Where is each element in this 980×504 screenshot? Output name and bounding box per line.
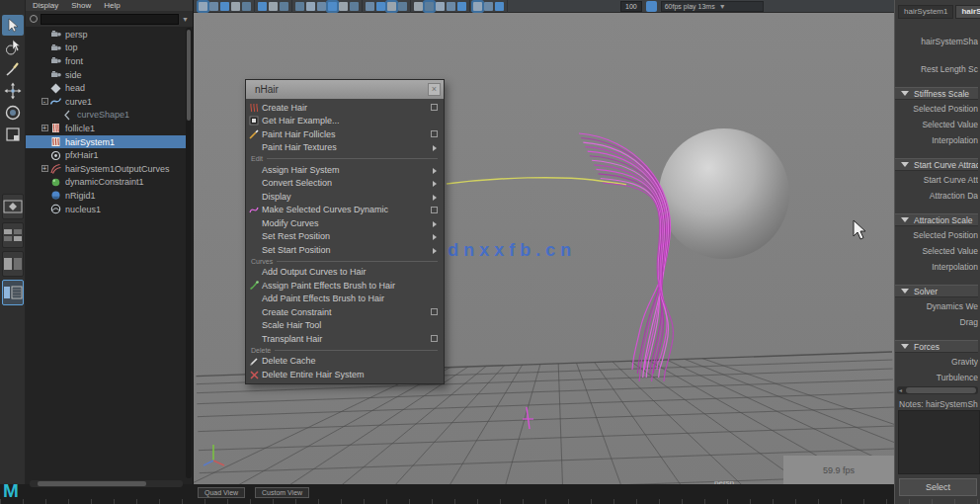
bottom-button-quad-view[interactable]: Quad View — [198, 487, 245, 498]
status-tool-icon[interactable] — [414, 2, 423, 11]
status-tool-icon[interactable] — [209, 2, 218, 11]
status-tool-icon[interactable] — [376, 2, 385, 11]
menu-item-paint-hair-textures[interactable]: Paint Hair Textures — [246, 141, 444, 155]
status-tool-icon[interactable] — [350, 2, 359, 11]
expander-icon[interactable]: + — [41, 125, 48, 131]
status-tool-icon[interactable] — [436, 2, 445, 11]
outliner-search-input[interactable] — [41, 14, 179, 25]
scroll-thumb[interactable] — [187, 30, 191, 121]
status-tool-icon[interactable] — [306, 2, 315, 11]
outliner-item-dynamicConstraint1[interactable]: dynamicConstraint1 — [26, 176, 186, 190]
menu-item-create-constraint[interactable]: Create Constraint — [246, 305, 444, 319]
outliner-item-nucleus1[interactable]: nucleus1 — [26, 203, 186, 216]
ae-section-start-curve-attract[interactable]: Start Curve Attract — [895, 158, 978, 171]
menu-item-get-hair-example[interactable]: Get Hair Example... — [246, 115, 444, 128]
outliner-persp-layout-button[interactable] — [2, 280, 24, 305]
outliner-item-head[interactable]: head — [26, 81, 186, 95]
outliner-item-curve1[interactable]: -curve1 — [26, 95, 186, 109]
option-box-icon[interactable] — [431, 130, 438, 137]
ae-tab-hairSystemSha[interactable]: hairSystemSha — [955, 5, 980, 19]
status-tool-icon[interactable] — [366, 2, 374, 11]
outliner-item-curveShape1[interactable]: curveShape1 — [26, 109, 186, 123]
status-tool-icon[interactable] — [484, 2, 493, 11]
menu-item-paint-hair-follicles[interactable]: Paint Hair Follicles — [246, 127, 444, 141]
status-tool-icon[interactable] — [425, 2, 434, 11]
outliner-item-hairSystem1OutputCurves[interactable]: +hairSystem1OutputCurves — [26, 162, 186, 176]
status-tool-icon[interactable] — [495, 2, 504, 11]
menu-item-convert-selection[interactable]: Convert Selection — [246, 177, 444, 191]
outliner-item-top[interactable]: top — [26, 42, 186, 55]
status-tool-icon[interactable] — [295, 2, 304, 11]
menu-item-create-hair[interactable]: Create Hair — [246, 101, 444, 115]
menu-item-display[interactable]: Display — [246, 190, 444, 204]
perspective-viewport[interactable]: 59.9 fps persp 技艺CG www.qdnxxfb.cn nHair… — [194, 13, 894, 484]
paint-select-tool-icon[interactable] — [2, 58, 24, 79]
ae-section-stiffness-scale[interactable]: Stiffness Scale — [895, 87, 978, 100]
expander-icon[interactable]: + — [41, 165, 48, 172]
outliner-menu-help[interactable]: Help — [104, 1, 120, 10]
menu-item-delete-entire-hair-system[interactable]: Delete Entire Hair System — [246, 368, 444, 381]
outliner-item-follicle1[interactable]: +follicle1 — [26, 122, 186, 135]
four-pane-layout-button[interactable] — [2, 222, 24, 248]
status-tool-icon[interactable] — [387, 2, 396, 11]
option-box-icon[interactable] — [431, 335, 438, 342]
ae-section-solver[interactable]: Solver — [895, 285, 978, 297]
time-slider-ticks[interactable] — [0, 499, 980, 504]
snap-icon[interactable] — [646, 1, 657, 12]
menu-item-add-paint-effects-brush-to-hair[interactable]: Add Paint Effects Brush to Hair — [246, 293, 444, 306]
status-tool-icon[interactable] — [447, 2, 455, 11]
menu-item-set-rest-position[interactable]: Set Rest Position — [246, 230, 444, 244]
ae-section-forces[interactable]: Forces — [895, 340, 978, 353]
select-button[interactable]: Select — [899, 478, 977, 496]
status-tool-icon[interactable] — [231, 2, 240, 11]
outliner-hscrollbar[interactable] — [30, 480, 183, 487]
status-tool-icon[interactable] — [473, 2, 482, 11]
select-tool-icon[interactable] — [2, 15, 24, 36]
nhair-menu-titlebar[interactable]: nHair × — [246, 80, 444, 99]
filter-icon[interactable] — [30, 15, 38, 23]
menu-item-modify-curves[interactable]: Modify Curves — [246, 216, 444, 230]
menu-item-add-output-curves-to-hair[interactable]: Add Output Curves to Hair — [246, 266, 444, 280]
outliner-item-nRigid1[interactable]: nRigid1 — [26, 189, 186, 203]
status-tool-icon[interactable] — [220, 2, 229, 11]
ae-tab-hairSystem1[interactable]: hairSystem1 — [898, 5, 953, 19]
outliner-vscrollbar[interactable] — [186, 28, 192, 478]
notes-field[interactable] — [898, 410, 980, 474]
menu-item-scale-hair-tool[interactable]: Scale Hair Tool — [246, 319, 444, 333]
status-tool-icon[interactable] — [339, 2, 348, 11]
status-tool-icon[interactable] — [317, 2, 326, 11]
sphere-object[interactable] — [659, 128, 789, 259]
menu-item-make-selected-curves-dynamic[interactable]: Make Selected Curves Dynamic — [246, 204, 444, 217]
value-field[interactable]: 100 — [620, 1, 642, 12]
outliner-item-pfxHair1[interactable]: pfxHair1 — [26, 148, 186, 162]
two-pane-layout-button[interactable] — [2, 251, 24, 277]
status-tool-icon[interactable] — [457, 2, 466, 11]
status-tool-icon[interactable] — [280, 2, 288, 11]
option-box-icon[interactable] — [431, 104, 438, 111]
menu-item-set-start-position[interactable]: Set Start Position — [246, 243, 444, 257]
outliner-menu-display[interactable]: Display — [33, 1, 58, 10]
menu-item-transplant-hair[interactable]: Transplant Hair — [246, 332, 444, 346]
single-pane-layout-button[interactable] — [2, 194, 24, 219]
move-tool-icon[interactable] — [2, 80, 24, 101]
rotate-tool-icon[interactable] — [2, 102, 24, 123]
scroll-thumb[interactable] — [906, 387, 976, 393]
close-icon[interactable]: × — [428, 83, 441, 96]
outliner-item-hairSystem1[interactable]: hairSystem1 — [26, 135, 186, 149]
menu-item-delete-cache[interactable]: Delete Cache — [246, 355, 444, 369]
status-tool-icon[interactable] — [242, 2, 251, 11]
expander-icon[interactable]: - — [41, 98, 48, 105]
status-tool-icon[interactable] — [258, 2, 267, 11]
ae-hscrollbar[interactable]: ◂ — [897, 386, 978, 394]
bottom-button-custom-view[interactable]: Custom View — [255, 487, 309, 498]
chevron-down-icon[interactable]: ▼ — [182, 16, 189, 23]
menu-item-assign-hair-system[interactable]: Assign Hair System — [246, 163, 444, 177]
scale-tool-icon[interactable] — [2, 124, 24, 144]
status-tool-icon[interactable] — [398, 2, 407, 11]
status-tool-icon[interactable] — [269, 2, 278, 11]
outliner-menu-show[interactable]: Show — [71, 1, 91, 10]
outliner-item-persp[interactable]: persp — [26, 28, 186, 42]
scroll-thumb[interactable] — [38, 481, 146, 486]
ae-section-attraction-scale[interactable]: Attraction Scale — [895, 213, 978, 226]
status-tool-icon[interactable] — [199, 2, 207, 11]
